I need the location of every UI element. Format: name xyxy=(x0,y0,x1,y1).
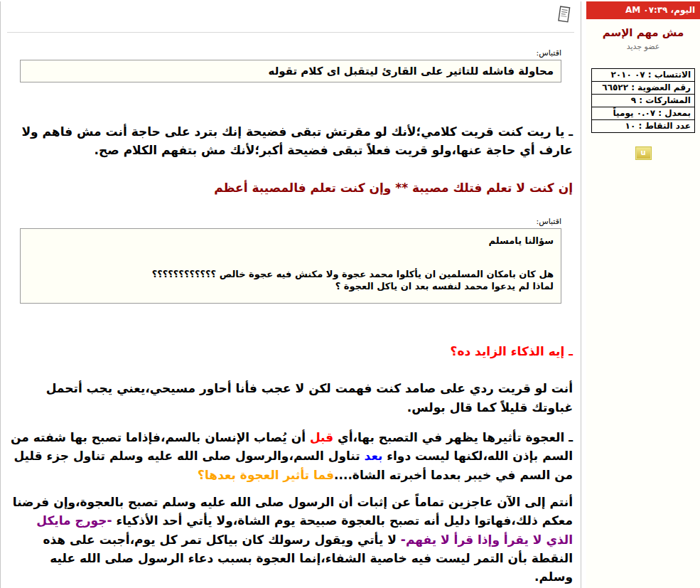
stat-member-id: رقم العضوية : ٦٦٥٢٢ xyxy=(592,82,695,95)
user-stats-table: الانتساب : ٠٧ ٢٠١٠ رقم العضوية : ٦٦٥٢٢ ا… xyxy=(591,68,695,133)
highlight-question-orange: فما تأثير العجوة بعدها؟ xyxy=(198,468,334,482)
user-status-icon[interactable]: u xyxy=(636,147,651,159)
section-heading: ـ إيه الذكاء الزايد ده؟ xyxy=(7,342,574,360)
status-icon-glyph: u xyxy=(640,149,645,156)
post-document-icon[interactable] xyxy=(556,6,573,28)
stat-posts-count: المشاركات : ٩ xyxy=(592,95,695,107)
post-body: اقتباس: محاولة فاشله للتاثير على القارئ … xyxy=(0,1,581,588)
highlight-word-after: بعد xyxy=(365,449,383,463)
forum-post-page: اليوم، ٠٧:٣٩ AM مش مهم الإسم عضو جديد ال… xyxy=(0,0,700,588)
stat-join-date: الانتساب : ٠٧ ٢٠١٠ xyxy=(592,69,695,82)
paragraph-4: أنتم إلى الآن عاجزين تماماً عن إثبات أن … xyxy=(7,493,574,587)
stat-points: عدد النقاط : ١٠ xyxy=(592,120,695,133)
stat-posts-rate: بمعدل : ٠.٠٧ يومياً xyxy=(592,107,695,120)
quote-box-1: محاولة فاشله للتاثير على القارئ ليتقبل ا… xyxy=(20,60,561,82)
maxim-line: إن كنت لا تعلم فتلك مصيبة ** وإن كنت تعل… xyxy=(7,178,574,197)
quote-label: اقتباس: xyxy=(20,217,561,226)
table-row: رقم العضوية : ٦٦٥٢٢ xyxy=(592,82,695,95)
section-heading-text: ـ إيه الذكاء الزايد ده؟ xyxy=(451,344,573,358)
post-icon-row xyxy=(7,4,574,28)
paragraph-3-part-1: ـ العجوة تأثيرها يظهر في التصبح بها،أي xyxy=(333,430,573,444)
paragraph-1-text: ـ يا ريت كنت قريت كلامي؛لأنك لو مقرتش تب… xyxy=(21,124,573,157)
quote-2-line-1: سؤالنا يامسلم xyxy=(28,235,554,246)
quote-2-line-2: هل كان بامكان المسلمين ان يأكلوا محمد عج… xyxy=(28,269,554,279)
post-column: رقم المشاركة : ١٩ xyxy=(0,0,581,588)
maxim-text: إن كنت لا تعلم فتلك مصيبة ** وإن كنت تعل… xyxy=(214,181,573,195)
quote-block-2: اقتباس: سؤالنا يامسلم هل كان بامكان المس… xyxy=(20,217,561,304)
username-link[interactable]: مش مهم الإسم xyxy=(586,26,700,39)
highlight-word-before: قبل xyxy=(310,430,333,444)
table-row: الانتساب : ٠٧ ٢٠١٠ xyxy=(592,69,695,82)
quote-block-1: اقتباس: محاولة فاشله للتاثير على القارئ … xyxy=(20,48,561,82)
quote-box-2: سؤالنا يامسلم هل كان بامكان المسلمين ان … xyxy=(20,228,561,304)
table-row: عدد النقاط : ١٠ xyxy=(592,120,695,133)
user-title: عضو جديد xyxy=(586,42,700,51)
paragraph-2-text: أنت لو قريت ردي على صامد كنت فهمت لكن لا… xyxy=(46,381,573,414)
table-row: بمعدل : ٠.٠٧ يومياً xyxy=(592,107,695,120)
quote-label: اقتباس: xyxy=(20,48,561,58)
post-time-bar: اليوم، ٠٧:٣٩ AM xyxy=(586,1,700,19)
user-sidebar: اليوم، ٠٧:٣٩ AM مش مهم الإسم عضو جديد ال… xyxy=(586,0,700,588)
paragraph-3: ـ العجوة تأثيرها يظهر في التصبح بها،أي ق… xyxy=(7,428,574,484)
table-row: المشاركات : ٩ xyxy=(592,95,695,107)
quote-2-line-3: لماذا لم يدعوا محمد لنفسه بعد ان ياكل ال… xyxy=(28,281,554,292)
quote-1-text: محاولة فاشله للتاثير على القارئ ليتقبل ا… xyxy=(269,65,554,77)
paragraph-2: أنت لو قريت ردي على صامد كنت فهمت لكن لا… xyxy=(7,379,574,417)
post-header-divider xyxy=(7,32,574,33)
post-time-label: اليوم، ٠٧:٣٩ AM xyxy=(625,5,695,15)
paragraph-1: ـ يا ريت كنت قريت كلامي؛لأنك لو مقرتش تب… xyxy=(7,122,574,160)
